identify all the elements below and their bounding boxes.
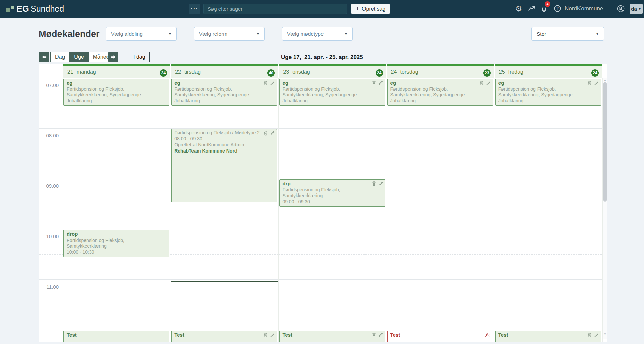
pencil-icon[interactable] [270,131,275,137]
day-number: 23 [283,69,289,75]
help-icon[interactable]: ? [554,5,562,13]
next-week-button[interactable] [108,52,118,62]
search-input[interactable] [203,4,347,14]
settings-gear-icon[interactable]: ⚙ [515,5,523,13]
trash-icon[interactable] [372,181,376,188]
trash-icon[interactable] [587,332,592,339]
pencil-icon[interactable] [486,80,491,87]
create-case-button[interactable]: + Opret sag [351,4,390,14]
event-actions [372,181,383,188]
trash-icon[interactable] [372,80,376,87]
meeting-type-dropdown[interactable]: Vælg mødetype ▼ [282,27,353,41]
event-title: Test [390,332,481,338]
calendar-event[interactable]: Test [279,331,385,342]
hour-gridline [39,179,602,179]
calendar-event[interactable]: Test [63,331,169,342]
view-week-button[interactable]: Uge [70,52,88,62]
calendar-event[interactable]: Test [171,331,277,342]
day-count-badge: 24 [160,69,167,77]
activity-trend-icon[interactable] [528,5,536,13]
view-switcher: Dag Uge Måned [50,52,114,62]
day-header-torsdag: 24torsdag23 [387,64,494,78]
day-count-badge: 24 [376,69,383,77]
trash-icon[interactable] [587,80,592,87]
logo-square-icon [6,8,10,12]
event-description: Førtidspension og Fleksjob, Samtykkeerkl… [282,86,373,104]
event-description: Førtidspension og Fleksjob, Samtykkeerkl… [390,86,481,104]
person-edit-icon[interactable] [485,332,491,339]
plus-icon: + [356,6,359,12]
event-title: eg [498,80,589,86]
event-actions [263,332,275,339]
trash-icon[interactable] [263,332,268,339]
time-label: 10.00 [39,233,59,239]
day-count-badge: 23 [483,69,491,77]
event-detail-line: Oprettet af NordKommune Admin [174,142,265,148]
calendar-event[interactable]: dropFørtidspension og Fleksjob, Samtykke… [63,230,169,257]
size-dropdown-value: Stor [536,31,546,37]
trash-icon[interactable] [263,80,268,87]
reform-dropdown[interactable]: Vælg reform ▼ [194,27,265,41]
day-number: 22 [175,69,181,75]
trash-icon[interactable] [263,131,268,137]
time-label: 08.00 [39,133,59,138]
day-name: tirsdag [184,69,201,75]
day-number: 24 [391,69,397,75]
time-label: 09.00 [39,183,59,189]
event-title: Test [67,332,158,338]
pencil-icon[interactable] [270,80,275,87]
pencil-icon[interactable] [378,332,383,339]
event-description: Førtidspension og Fleksjob, Samtykkeerkl… [67,86,158,104]
svg-text:?: ? [556,6,559,11]
chevron-down-icon: ▼ [168,32,172,36]
day-header-fredag: 25fredag24 [495,64,602,78]
event-title: Test [282,332,373,338]
day-number: 21 [67,69,73,75]
hour-gridline [39,78,602,78]
day-name: torsdag [400,69,418,75]
more-options-button[interactable]: ··· [189,4,200,14]
event-title: eg [282,80,373,86]
reform-dropdown-value: Vælg reform [199,31,227,37]
event-description: Førtidspension og Fleksjob, Samtykkeerkl… [67,238,158,250]
logo-square-small-icon [11,6,14,9]
pencil-icon[interactable] [270,332,275,339]
language-selector[interactable]: da ▼ [630,4,643,14]
day-column-border [387,78,387,342]
calendar-event[interactable]: Test [495,331,601,342]
arrow-right-icon [111,55,116,59]
calendar-event[interactable]: drpFørtidspension og Fleksjob, Samtykkee… [279,179,385,207]
calendar-event[interactable]: egFørtidspension og Fleksjob, Samtykkeer… [495,79,601,106]
chevron-down-icon: ▼ [344,32,348,36]
trash-icon[interactable] [372,332,376,339]
user-account-icon[interactable] [617,5,625,13]
day-column-border [171,78,171,342]
calendar-scrollbar-thumb[interactable] [603,82,607,202]
pencil-icon[interactable] [378,181,383,188]
notification-count-badge: 4 [545,1,550,7]
pencil-icon[interactable] [594,332,599,339]
today-button[interactable]: I dag [129,52,150,62]
event-actions [587,332,599,339]
trash-icon[interactable] [479,80,484,87]
previous-week-button[interactable] [39,52,49,62]
day-header-mandag: 21mandag24 [63,64,170,78]
view-day-button[interactable]: Dag [51,52,70,62]
calendar-event[interactable]: egFørtidspension og Fleksjob, Samtykkeer… [63,79,169,106]
scrollbar-up-arrow[interactable]: ▲ [603,79,607,82]
calendar-event[interactable]: egFørtidspension og Fleksjob, Samtykkeer… [387,79,493,106]
event-time: 10:00 - 10:30 [67,249,158,255]
calendar-event[interactable]: Test [387,331,493,342]
pencil-icon[interactable] [594,80,599,87]
scrollbar-down-arrow[interactable]: ▼ [603,333,607,336]
calendar-event[interactable]: egFørtidspension og Fleksjob, Samtykkeer… [171,79,277,106]
week-calendar: 21mandag2422tirsdag4023onsdag2424torsdag… [39,64,607,342]
top-navbar: EG Sundhed ··· + Opret sag ⚙ 4 ? NordKom… [0,0,644,18]
event-actions [263,80,275,87]
pencil-icon[interactable] [378,80,383,87]
department-dropdown[interactable]: Vælg afdeling ▼ [106,27,177,41]
size-dropdown[interactable]: Stor ▼ [531,27,604,41]
calendar-event[interactable]: egFørtidspension og Fleksjob, Samtykkeer… [279,79,385,106]
calendar-event[interactable]: Førtidspension og Fleksjob / Mødetype 20… [171,129,277,202]
event-title: drop [67,231,158,238]
